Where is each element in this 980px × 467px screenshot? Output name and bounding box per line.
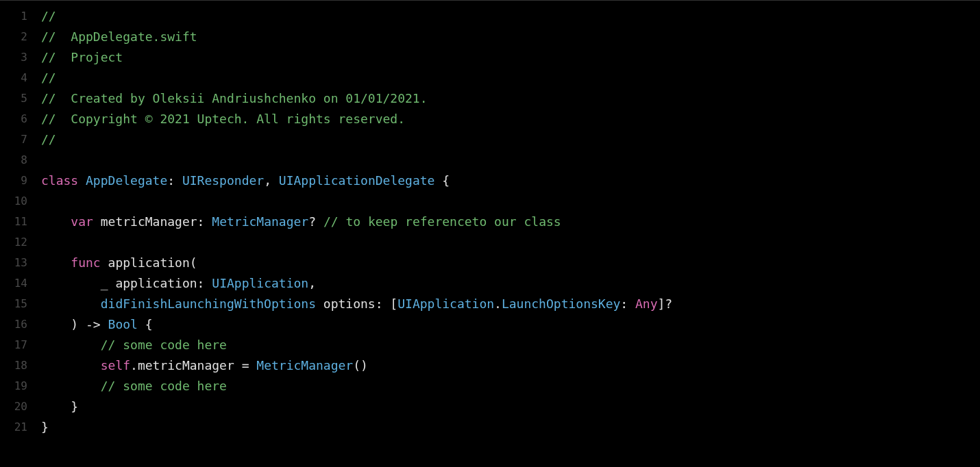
token-comment: //	[41, 9, 56, 23]
token-comment: // to keep referenceto our class	[323, 214, 561, 229]
token-comment: // AppDelegate.swift	[41, 29, 197, 44]
token-punct	[41, 338, 101, 352]
line-number: 15	[0, 294, 27, 314]
token-punct	[78, 173, 86, 188]
code-line[interactable]: //	[41, 129, 980, 150]
code-line[interactable]: // some code here	[41, 376, 980, 396]
code-line[interactable]: ) -> Bool {	[41, 314, 980, 335]
token-punct: .	[494, 296, 502, 311]
code-line[interactable]: }	[41, 417, 980, 438]
line-number: 13	[0, 253, 27, 273]
line-number: 12	[0, 232, 27, 253]
code-line[interactable]: // AppDelegate.swift	[41, 27, 980, 47]
code-line[interactable]: self.metricManager = MetricManager()	[41, 355, 980, 376]
token-punct: {	[434, 173, 450, 188]
token-type: UIApplicationDelegate	[279, 173, 435, 188]
token-keyword: class	[41, 173, 78, 188]
token-type: AppDelegate	[86, 173, 167, 188]
token-type: Bool	[108, 317, 138, 331]
token-punct: : [	[376, 296, 398, 311]
code-area[interactable]: //// AppDelegate.swift// Project//// Cre…	[41, 1, 980, 467]
token-comment: // some code here	[101, 338, 227, 352]
code-line[interactable]: didFinishLaunchingWithOptions options: […	[41, 294, 980, 314]
token-punct: }	[41, 399, 78, 414]
line-number: 9	[0, 171, 27, 191]
token-keyword: Any	[635, 296, 658, 311]
code-line[interactable]: func application(	[41, 253, 980, 273]
code-line[interactable]: //	[41, 6, 980, 27]
token-comment: // Copyright © 2021 Uptech. All rights r…	[41, 112, 405, 126]
line-number: 1	[0, 6, 27, 27]
line-number: 8	[0, 150, 27, 171]
line-number: 6	[0, 109, 27, 129]
line-number: 19	[0, 376, 27, 396]
code-line[interactable]	[41, 191, 980, 212]
token-punct: :	[620, 296, 635, 311]
token-punct	[41, 379, 101, 393]
token-punct	[316, 296, 323, 311]
line-number: 5	[0, 88, 27, 109]
token-punct: ,	[264, 173, 279, 188]
token-punct	[101, 255, 108, 270]
token-punct: ) ->	[41, 317, 108, 331]
token-punct: (	[190, 255, 197, 270]
line-number: 7	[0, 129, 27, 150]
token-type: UIApplication	[212, 276, 308, 290]
line-number-gutter: 123456789101112131415161718192021	[0, 1, 41, 467]
code-editor[interactable]: 123456789101112131415161718192021 //// A…	[0, 1, 980, 467]
code-line[interactable]: }	[41, 396, 980, 417]
line-number: 18	[0, 355, 27, 376]
code-line[interactable]: // some code here	[41, 335, 980, 355]
token-keyword: var	[71, 214, 93, 229]
token-punct: ?	[308, 214, 323, 229]
token-punct	[93, 214, 101, 229]
token-comment: // Project	[41, 50, 123, 64]
token-type: UIResponder	[182, 173, 264, 188]
token-identifier: options	[323, 296, 376, 311]
token-type: LaunchOptionsKey	[502, 296, 620, 311]
code-line[interactable]	[41, 150, 980, 171]
line-number: 2	[0, 27, 27, 47]
token-comment: //	[41, 71, 56, 85]
token-punct: :	[167, 173, 182, 188]
line-number: 21	[0, 417, 27, 438]
token-identifier: application	[115, 276, 197, 290]
token-identifier: metricManager	[101, 214, 197, 229]
code-line[interactable]	[41, 232, 980, 253]
token-keyword: func	[71, 255, 100, 270]
token-punct	[108, 276, 116, 290]
token-punct: ,	[308, 276, 316, 290]
line-number: 14	[0, 273, 27, 294]
line-number: 11	[0, 212, 27, 232]
code-line[interactable]: class AppDelegate: UIResponder, UIApplic…	[41, 171, 980, 191]
line-number: 10	[0, 191, 27, 212]
token-punct: .	[130, 358, 138, 373]
token-identifier: _	[101, 276, 108, 290]
code-line[interactable]: // Project	[41, 47, 980, 68]
token-punct: ]?	[658, 296, 673, 311]
line-number: 16	[0, 314, 27, 335]
token-comment: // Created by Oleksii Andriushchenko on …	[41, 91, 428, 105]
token-punct	[41, 276, 101, 290]
line-number: 20	[0, 396, 27, 417]
token-type: UIApplication	[397, 296, 494, 311]
token-type: MetricManager	[256, 358, 353, 373]
token-type: MetricManager	[212, 214, 308, 229]
token-comment: // some code here	[101, 379, 227, 393]
line-number: 17	[0, 335, 27, 355]
code-line[interactable]: var metricManager: MetricManager? // to …	[41, 212, 980, 232]
token-punct	[41, 358, 101, 373]
token-punct	[41, 255, 71, 270]
token-punct: :	[197, 276, 212, 290]
token-punct	[41, 296, 101, 311]
token-comment: //	[41, 132, 56, 147]
code-line[interactable]: _ application: UIApplication,	[41, 273, 980, 294]
line-number: 4	[0, 68, 27, 88]
token-punct	[41, 214, 71, 229]
code-line[interactable]: //	[41, 68, 980, 88]
token-punct: =	[234, 358, 257, 373]
code-line[interactable]: // Copyright © 2021 Uptech. All rights r…	[41, 109, 980, 129]
token-punct: :	[197, 214, 212, 229]
line-number: 3	[0, 47, 27, 68]
code-line[interactable]: // Created by Oleksii Andriushchenko on …	[41, 88, 980, 109]
